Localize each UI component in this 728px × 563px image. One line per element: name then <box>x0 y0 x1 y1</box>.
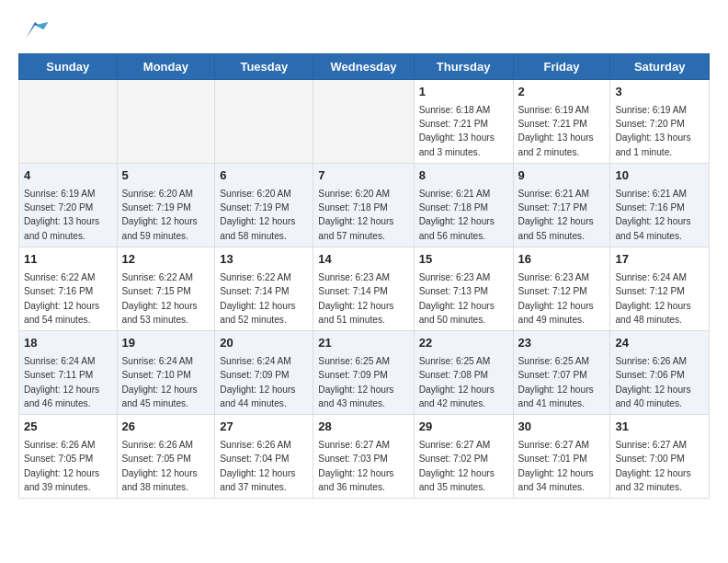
calendar-cell: 29Sunrise: 6:27 AM Sunset: 7:02 PM Dayli… <box>414 415 513 499</box>
day-info: Sunrise: 6:22 AM Sunset: 7:16 PM Dayligh… <box>24 270 112 327</box>
day-info: Sunrise: 6:27 AM Sunset: 7:01 PM Dayligh… <box>518 438 606 494</box>
day-info: Sunrise: 6:27 AM Sunset: 7:02 PM Dayligh… <box>419 438 508 494</box>
day-info: Sunrise: 6:25 AM Sunset: 7:09 PM Dayligh… <box>318 354 408 410</box>
day-number: 3 <box>615 84 704 101</box>
day-number: 19 <box>122 335 210 352</box>
day-info: Sunrise: 6:22 AM Sunset: 7:15 PM Dayligh… <box>122 270 210 327</box>
logo <box>18 15 50 44</box>
calendar-cell: 1Sunrise: 6:18 AM Sunset: 7:21 PM Daylig… <box>414 80 513 164</box>
day-info: Sunrise: 6:26 AM Sunset: 7:05 PM Dayligh… <box>122 438 210 494</box>
header <box>18 15 710 44</box>
day-number: 5 <box>122 167 210 185</box>
day-number: 15 <box>419 251 508 269</box>
day-info: Sunrise: 6:23 AM Sunset: 7:14 PM Dayligh… <box>318 270 408 327</box>
calendar-cell: 5Sunrise: 6:20 AM Sunset: 7:19 PM Daylig… <box>117 164 215 247</box>
day-number: 31 <box>615 419 704 436</box>
day-number: 25 <box>24 419 112 436</box>
calendar-cell: 8Sunrise: 6:21 AM Sunset: 7:18 PM Daylig… <box>414 164 513 247</box>
calendar-cell: 18Sunrise: 6:24 AM Sunset: 7:11 PM Dayli… <box>19 331 118 415</box>
calendar-header-row: SundayMondayTuesdayWednesdayThursdayFrid… <box>19 54 710 80</box>
page: SundayMondayTuesdayWednesdayThursdayFrid… <box>0 0 728 513</box>
calendar-cell <box>215 80 313 164</box>
calendar-cell: 10Sunrise: 6:21 AM Sunset: 7:16 PM Dayli… <box>610 164 710 247</box>
day-number: 18 <box>24 335 112 352</box>
day-number: 16 <box>518 251 606 269</box>
day-info: Sunrise: 6:20 AM Sunset: 7:19 PM Dayligh… <box>122 187 210 243</box>
day-number: 12 <box>122 251 210 269</box>
day-info: Sunrise: 6:20 AM Sunset: 7:19 PM Dayligh… <box>220 187 308 243</box>
day-info: Sunrise: 6:19 AM Sunset: 7:20 PM Dayligh… <box>615 103 704 159</box>
day-info: Sunrise: 6:26 AM Sunset: 7:04 PM Dayligh… <box>220 438 308 494</box>
calendar-cell: 12Sunrise: 6:22 AM Sunset: 7:15 PM Dayli… <box>117 247 215 331</box>
calendar-cell: 3Sunrise: 6:19 AM Sunset: 7:20 PM Daylig… <box>610 80 710 164</box>
calendar-cell: 24Sunrise: 6:26 AM Sunset: 7:06 PM Dayli… <box>610 331 710 415</box>
day-number: 4 <box>24 167 112 185</box>
day-info: Sunrise: 6:22 AM Sunset: 7:14 PM Dayligh… <box>220 270 308 327</box>
day-number: 13 <box>220 251 308 269</box>
calendar-cell: 27Sunrise: 6:26 AM Sunset: 7:04 PM Dayli… <box>215 415 313 499</box>
calendar-cell: 13Sunrise: 6:22 AM Sunset: 7:14 PM Dayli… <box>215 247 313 331</box>
day-info: Sunrise: 6:24 AM Sunset: 7:11 PM Dayligh… <box>24 354 112 410</box>
col-header-thursday: Thursday <box>414 54 513 80</box>
day-info: Sunrise: 6:26 AM Sunset: 7:06 PM Dayligh… <box>615 354 704 410</box>
calendar-table: SundayMondayTuesdayWednesdayThursdayFrid… <box>18 53 710 499</box>
calendar-cell: 17Sunrise: 6:24 AM Sunset: 7:12 PM Dayli… <box>610 247 710 331</box>
day-info: Sunrise: 6:21 AM Sunset: 7:16 PM Dayligh… <box>615 187 704 243</box>
day-number: 1 <box>419 84 508 101</box>
day-info: Sunrise: 6:26 AM Sunset: 7:05 PM Dayligh… <box>24 438 112 494</box>
calendar-cell: 6Sunrise: 6:20 AM Sunset: 7:19 PM Daylig… <box>215 164 313 247</box>
day-info: Sunrise: 6:24 AM Sunset: 7:12 PM Dayligh… <box>615 270 704 327</box>
day-number: 26 <box>122 419 210 436</box>
calendar-cell: 20Sunrise: 6:24 AM Sunset: 7:09 PM Dayli… <box>215 331 313 415</box>
day-number: 8 <box>419 167 508 185</box>
day-info: Sunrise: 6:20 AM Sunset: 7:18 PM Dayligh… <box>318 187 408 243</box>
day-number: 21 <box>318 335 408 352</box>
day-info: Sunrise: 6:23 AM Sunset: 7:12 PM Dayligh… <box>518 270 606 327</box>
day-number: 10 <box>615 167 704 185</box>
day-number: 30 <box>518 419 606 436</box>
calendar-cell: 30Sunrise: 6:27 AM Sunset: 7:01 PM Dayli… <box>513 415 610 499</box>
day-number: 9 <box>518 167 606 185</box>
calendar-week-row: 25Sunrise: 6:26 AM Sunset: 7:05 PM Dayli… <box>19 415 710 499</box>
day-number: 6 <box>220 167 308 185</box>
day-info: Sunrise: 6:24 AM Sunset: 7:09 PM Dayligh… <box>220 354 308 410</box>
calendar-cell: 14Sunrise: 6:23 AM Sunset: 7:14 PM Dayli… <box>313 247 414 331</box>
day-info: Sunrise: 6:25 AM Sunset: 7:08 PM Dayligh… <box>419 354 508 410</box>
calendar-week-row: 4Sunrise: 6:19 AM Sunset: 7:20 PM Daylig… <box>19 164 710 247</box>
day-number: 17 <box>615 251 704 269</box>
calendar-cell: 15Sunrise: 6:23 AM Sunset: 7:13 PM Dayli… <box>414 247 513 331</box>
calendar-cell: 21Sunrise: 6:25 AM Sunset: 7:09 PM Dayli… <box>313 331 414 415</box>
day-number: 2 <box>518 84 606 101</box>
calendar-week-row: 11Sunrise: 6:22 AM Sunset: 7:16 PM Dayli… <box>19 247 710 331</box>
day-info: Sunrise: 6:18 AM Sunset: 7:21 PM Dayligh… <box>419 103 508 159</box>
calendar-cell: 7Sunrise: 6:20 AM Sunset: 7:18 PM Daylig… <box>313 164 414 247</box>
day-info: Sunrise: 6:24 AM Sunset: 7:10 PM Dayligh… <box>122 354 210 410</box>
day-number: 14 <box>318 251 408 269</box>
day-number: 27 <box>220 419 308 436</box>
col-header-sunday: Sunday <box>19 54 118 80</box>
calendar-cell: 2Sunrise: 6:19 AM Sunset: 7:21 PM Daylig… <box>513 80 610 164</box>
day-number: 22 <box>419 335 508 352</box>
col-header-friday: Friday <box>513 54 610 80</box>
calendar-cell <box>117 80 215 164</box>
col-header-monday: Monday <box>117 54 215 80</box>
calendar-cell: 31Sunrise: 6:27 AM Sunset: 7:00 PM Dayli… <box>610 415 710 499</box>
calendar-cell: 16Sunrise: 6:23 AM Sunset: 7:12 PM Dayli… <box>513 247 610 331</box>
logo-text <box>18 15 50 44</box>
day-info: Sunrise: 6:19 AM Sunset: 7:20 PM Dayligh… <box>24 187 112 243</box>
calendar-cell <box>313 80 414 164</box>
svg-marker-1 <box>35 22 48 29</box>
day-number: 11 <box>24 251 112 269</box>
day-info: Sunrise: 6:25 AM Sunset: 7:07 PM Dayligh… <box>518 354 606 410</box>
day-info: Sunrise: 6:19 AM Sunset: 7:21 PM Dayligh… <box>518 103 606 159</box>
day-number: 28 <box>318 419 408 436</box>
calendar-cell: 4Sunrise: 6:19 AM Sunset: 7:20 PM Daylig… <box>19 164 118 247</box>
day-info: Sunrise: 6:21 AM Sunset: 7:17 PM Dayligh… <box>518 187 606 243</box>
col-header-wednesday: Wednesday <box>313 54 414 80</box>
day-number: 7 <box>318 167 408 185</box>
calendar-cell <box>19 80 118 164</box>
day-number: 23 <box>518 335 606 352</box>
day-info: Sunrise: 6:23 AM Sunset: 7:13 PM Dayligh… <box>419 270 508 327</box>
calendar-cell: 22Sunrise: 6:25 AM Sunset: 7:08 PM Dayli… <box>414 331 513 415</box>
day-number: 29 <box>419 419 508 436</box>
